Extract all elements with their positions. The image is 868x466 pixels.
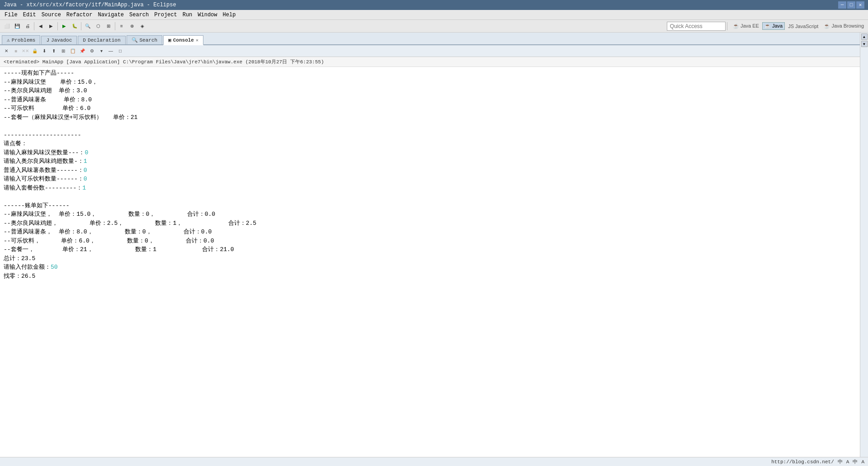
toolbar-more2[interactable]: ≡ bbox=[117, 21, 127, 31]
status-caps: A bbox=[846, 459, 849, 465]
toolbar-debug[interactable]: 🐛 bbox=[70, 21, 80, 31]
console-wrapper: <terminated> MainApp [Java Application] … bbox=[0, 57, 868, 466]
toolbar-run[interactable]: ▶ bbox=[59, 21, 69, 31]
tab-search[interactable]: 🔍 Search bbox=[127, 35, 163, 44]
qty-1-value: 0 bbox=[85, 149, 88, 156]
right-panel: ▲ ▼ bbox=[860, 33, 868, 457]
main-layout: ⚠ Problems J Javadoc D Declaration 🔍 Sea… bbox=[0, 33, 868, 466]
menu-search[interactable]: Search bbox=[127, 11, 151, 19]
search-tab-icon: 🔍 bbox=[132, 37, 138, 43]
payment-value: 50 bbox=[51, 264, 58, 271]
tab-declaration[interactable]: D Declaration bbox=[78, 36, 125, 44]
toolbar-sep-1 bbox=[34, 22, 34, 30]
menu-file[interactable]: File bbox=[2, 11, 20, 19]
toolbar-new[interactable]: ⬜ bbox=[2, 21, 12, 31]
toolbar-more4[interactable]: ◈ bbox=[137, 21, 147, 31]
toolbar-save[interactable]: 💾 bbox=[12, 21, 22, 31]
toolbar-prev[interactable]: ◀ bbox=[36, 21, 46, 31]
toolbar-search[interactable]: 🔍 bbox=[83, 21, 93, 31]
console-tab-bar: ⚠ Problems J Javadoc D Declaration 🔍 Sea… bbox=[0, 33, 868, 45]
console-minimize[interactable]: — bbox=[106, 47, 115, 56]
qty-2-value: 1 bbox=[84, 158, 87, 165]
menu-bar: File Edit Source Refactor Navigate Searc… bbox=[0, 10, 868, 20]
console-settings-btn[interactable]: ⚙ bbox=[87, 47, 96, 56]
status-lang: 中 bbox=[838, 458, 843, 465]
window-title: Java - xtx/src/xtx/factory/itf/MainApp.j… bbox=[4, 2, 176, 8]
status-bar: http://blog.csdn.net/ 中 A 中 A bbox=[0, 457, 868, 466]
right-panel-btn-1[interactable]: ▲ bbox=[861, 33, 868, 40]
line-4: --普通风味薯条 单价：8.0 bbox=[4, 95, 864, 105]
console-scroll-end-btn[interactable]: ⬇ bbox=[40, 47, 49, 56]
console-output[interactable]: -----现有如下产品----- --麻辣风味汉堡 单价：15.0， --奥尔良… bbox=[0, 67, 868, 459]
line-qty-1: 请输入麻辣风味汉堡数量---：0 bbox=[4, 148, 864, 157]
right-panel-btn-2[interactable]: ▼ bbox=[861, 41, 868, 47]
menu-refactor[interactable]: Refactor bbox=[64, 11, 95, 19]
console-clear-btn[interactable]: ✕ bbox=[2, 47, 11, 56]
console-close-icon[interactable]: ✕ bbox=[196, 38, 198, 43]
line-bill-header: ------账单如下------ bbox=[4, 201, 864, 210]
tab-problems[interactable]: ⚠ Problems bbox=[2, 35, 40, 44]
status-icon-1: 中 bbox=[853, 458, 858, 465]
console-terminate-btn[interactable]: ■ bbox=[11, 47, 20, 56]
menu-edit[interactable]: Edit bbox=[20, 11, 39, 19]
line-bill-5: --套餐一， 单价：21， 数量：1 合计：21.0 bbox=[4, 245, 864, 254]
console-remove-btn[interactable]: ✕✕ bbox=[21, 47, 30, 56]
perspective-java[interactable]: ☕ Java bbox=[762, 22, 785, 30]
line-bill-1: --麻辣风味汉堡， 单价：15.0， 数量：0， 合计：0.0 bbox=[4, 210, 864, 219]
tab-console[interactable]: ▣ Console ✕ bbox=[163, 35, 203, 45]
line-bill-4: --可乐饮料， 单价：6.0， 数量：0， 合计：0.0 bbox=[4, 237, 864, 246]
minimize-button[interactable]: ─ bbox=[838, 1, 846, 9]
tab-problems-label: Problems bbox=[12, 38, 36, 43]
perspective-javascript[interactable]: JS JavaScript bbox=[786, 23, 821, 30]
problems-icon: ⚠ bbox=[7, 37, 10, 43]
console-open-btn[interactable]: 📋 bbox=[68, 47, 77, 56]
status-url: http://blog.csdn.net/ bbox=[771, 459, 834, 465]
line-sep: ---------------------- bbox=[4, 131, 864, 140]
line-order: 请点餐： bbox=[4, 139, 864, 148]
window-controls[interactable]: ─ □ ✕ bbox=[838, 1, 864, 9]
toolbar-more3[interactable]: ⊕ bbox=[127, 21, 137, 31]
console-pin-btn[interactable]: 📌 bbox=[78, 47, 87, 56]
line-qty-2: 请输入奥尔良风味鸡翅数量-：1 bbox=[4, 157, 864, 166]
title-bar: Java - xtx/src/xtx/factory/itf/MainApp.j… bbox=[0, 0, 868, 10]
status-icon-2: A bbox=[861, 459, 864, 465]
line-2: --麻辣风味汉堡 单价：15.0， bbox=[4, 78, 864, 87]
line-qty-5: 请输入套餐份数---------：1 bbox=[4, 184, 864, 193]
console-scroll-start-btn[interactable]: ⬆ bbox=[49, 47, 58, 56]
tab-search-label: Search bbox=[140, 38, 158, 43]
console-new-btn[interactable]: ⊞ bbox=[59, 47, 68, 56]
tab-declaration-label: Declaration bbox=[88, 38, 121, 43]
perspective-javabrowsing[interactable]: ☕ Java Browsing bbox=[821, 22, 866, 30]
close-button[interactable]: ✕ bbox=[856, 1, 864, 9]
toolbar-print[interactable]: 🖨 bbox=[23, 21, 33, 31]
menu-navigate[interactable]: Navigate bbox=[95, 11, 127, 19]
menu-source[interactable]: Source bbox=[39, 11, 64, 19]
toolbar-sep-4 bbox=[115, 22, 115, 30]
toolbar-more1[interactable]: ⊞ bbox=[104, 21, 113, 31]
qty-3-value: 0 bbox=[84, 167, 87, 174]
qty-4-value: 0 bbox=[84, 176, 87, 182]
maximize-button[interactable]: □ bbox=[847, 1, 855, 9]
console-view-menu[interactable]: ▾ bbox=[97, 47, 106, 56]
perspective-javaee[interactable]: ☕ Java EE bbox=[731, 22, 761, 30]
console-icon: ▣ bbox=[168, 37, 171, 43]
menu-run[interactable]: Run bbox=[180, 11, 195, 19]
toolbar-sep-5 bbox=[727, 22, 727, 30]
toolbar-ref[interactable]: ⬡ bbox=[93, 21, 103, 31]
javadoc-icon: J bbox=[46, 38, 49, 43]
console-scroll-lock-btn[interactable]: 🔒 bbox=[30, 47, 39, 56]
console-maximize[interactable]: □ bbox=[116, 47, 125, 56]
declaration-icon: D bbox=[83, 38, 86, 43]
perspective-bar: ☕ Java EE ☕ Java JS JavaScript ☕ Java Br… bbox=[731, 22, 866, 30]
line-total: 总计：23.5 bbox=[4, 254, 864, 263]
tab-javadoc[interactable]: J Javadoc bbox=[41, 36, 77, 44]
menu-project[interactable]: Project bbox=[151, 11, 179, 19]
menu-help[interactable]: Help bbox=[220, 11, 239, 19]
tab-javadoc-label: Javadoc bbox=[51, 38, 72, 43]
quick-access-input[interactable] bbox=[667, 22, 726, 31]
menu-window[interactable]: Window bbox=[195, 11, 220, 19]
console-header-text: <terminated> MainApp [Java Application] … bbox=[4, 58, 324, 65]
qty-5-value: 1 bbox=[82, 185, 86, 191]
line-blank-2 bbox=[4, 192, 864, 201]
toolbar-next[interactable]: ▶ bbox=[46, 21, 56, 31]
